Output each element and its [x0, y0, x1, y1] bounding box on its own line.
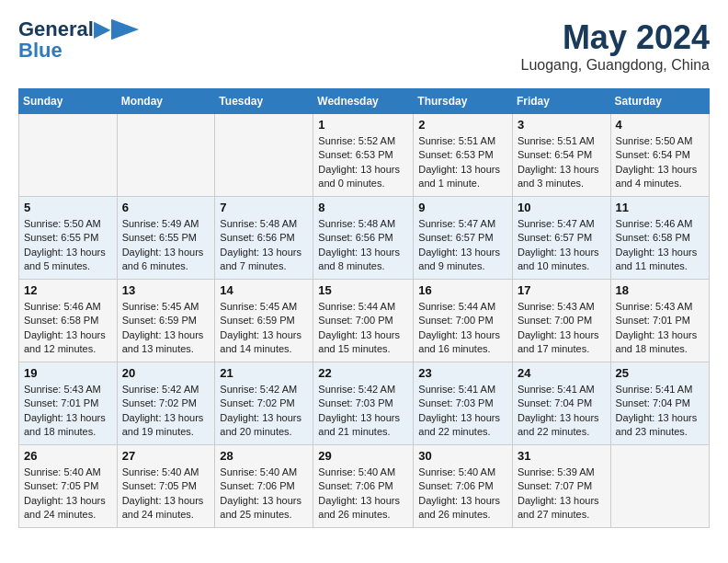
day-number: 2 — [418, 118, 507, 132]
day-number: 22 — [318, 366, 408, 380]
calendar-cell: 28Sunrise: 5:40 AMSunset: 7:06 PMDayligh… — [215, 445, 313, 528]
day-number: 31 — [518, 449, 606, 463]
calendar-cell: 27Sunrise: 5:40 AMSunset: 7:05 PMDayligh… — [117, 445, 215, 528]
day-number: 11 — [616, 201, 704, 214]
day-number: 1 — [318, 118, 408, 132]
day-number: 17 — [518, 283, 606, 297]
title-area: May 2024 Luogang, Guangdong, China — [520, 18, 710, 74]
day-number: 5 — [24, 201, 112, 214]
calendar-week-row: 1Sunrise: 5:52 AMSunset: 6:53 PMDaylight… — [19, 114, 710, 197]
calendar-cell: 31Sunrise: 5:39 AMSunset: 7:07 PMDayligh… — [512, 445, 610, 528]
day-info: Sunrise: 5:51 AMSunset: 6:54 PMDaylight:… — [518, 134, 606, 191]
calendar-week-row: 12Sunrise: 5:46 AMSunset: 6:58 PMDayligh… — [19, 280, 710, 362]
month-title: May 2024 — [520, 18, 710, 57]
day-info: Sunrise: 5:44 AMSunset: 7:00 PMDaylight:… — [318, 300, 408, 357]
calendar-cell: 4Sunrise: 5:50 AMSunset: 6:54 PMDaylight… — [610, 114, 709, 197]
day-info: Sunrise: 5:46 AMSunset: 6:58 PMDaylight:… — [616, 217, 704, 274]
day-info: Sunrise: 5:44 AMSunset: 7:00 PMDaylight:… — [418, 300, 507, 357]
day-info: Sunrise: 5:39 AMSunset: 7:07 PMDaylight:… — [518, 465, 606, 523]
day-info: Sunrise: 5:50 AMSunset: 6:54 PMDaylight:… — [616, 134, 704, 191]
calendar-cell: 19Sunrise: 5:43 AMSunset: 7:01 PMDayligh… — [19, 362, 118, 445]
weekday-header-row: SundayMondayTuesdayWednesdayThursdayFrid… — [19, 89, 710, 114]
calendar-cell: 8Sunrise: 5:48 AMSunset: 6:56 PMDaylight… — [313, 197, 414, 280]
logo-text: General▶ — [18, 18, 109, 40]
calendar-cell: 24Sunrise: 5:41 AMSunset: 7:04 PMDayligh… — [512, 362, 610, 445]
calendar-cell: 2Sunrise: 5:51 AMSunset: 6:53 PMDaylight… — [414, 114, 513, 197]
calendar-cell — [19, 114, 118, 197]
day-info: Sunrise: 5:41 AMSunset: 7:03 PMDaylight:… — [418, 383, 507, 440]
day-number: 21 — [220, 366, 308, 380]
calendar-cell — [215, 114, 313, 197]
day-info: Sunrise: 5:40 AMSunset: 7:05 PMDaylight:… — [24, 465, 112, 523]
day-number: 29 — [318, 449, 408, 463]
day-info: Sunrise: 5:49 AMSunset: 6:55 PMDaylight:… — [122, 217, 210, 274]
day-info: Sunrise: 5:51 AMSunset: 6:53 PMDaylight:… — [418, 134, 507, 191]
day-number: 10 — [518, 201, 606, 214]
weekday-header-sunday: Sunday — [19, 89, 118, 114]
calendar-cell: 10Sunrise: 5:47 AMSunset: 6:57 PMDayligh… — [512, 197, 610, 280]
day-number: 19 — [24, 366, 112, 380]
calendar-cell: 26Sunrise: 5:40 AMSunset: 7:05 PMDayligh… — [19, 445, 118, 528]
day-number: 7 — [220, 201, 308, 214]
day-info: Sunrise: 5:42 AMSunset: 7:03 PMDaylight:… — [318, 383, 408, 440]
day-info: Sunrise: 5:48 AMSunset: 6:56 PMDaylight:… — [318, 217, 408, 274]
calendar-cell — [610, 445, 709, 528]
day-info: Sunrise: 5:40 AMSunset: 7:06 PMDaylight:… — [220, 465, 308, 523]
day-info: Sunrise: 5:40 AMSunset: 7:06 PMDaylight:… — [318, 465, 408, 523]
day-number: 23 — [418, 366, 507, 380]
calendar-cell: 29Sunrise: 5:40 AMSunset: 7:06 PMDayligh… — [313, 445, 414, 528]
calendar-cell: 18Sunrise: 5:43 AMSunset: 7:01 PMDayligh… — [610, 280, 709, 362]
weekday-header-tuesday: Tuesday — [215, 89, 313, 114]
calendar-cell: 20Sunrise: 5:42 AMSunset: 7:02 PMDayligh… — [117, 362, 215, 445]
logo: General▶ Blue — [18, 18, 139, 63]
day-info: Sunrise: 5:45 AMSunset: 6:59 PMDaylight:… — [220, 300, 308, 357]
day-number: 27 — [122, 449, 210, 463]
calendar-cell: 11Sunrise: 5:46 AMSunset: 6:58 PMDayligh… — [610, 197, 709, 280]
day-info: Sunrise: 5:42 AMSunset: 7:02 PMDaylight:… — [122, 383, 210, 440]
day-info: Sunrise: 5:41 AMSunset: 7:04 PMDaylight:… — [616, 383, 704, 440]
day-number: 24 — [518, 366, 606, 380]
calendar-week-row: 5Sunrise: 5:50 AMSunset: 6:55 PMDaylight… — [19, 197, 710, 280]
day-number: 18 — [616, 283, 704, 297]
svg-marker-0 — [111, 19, 139, 40]
calendar-cell: 17Sunrise: 5:43 AMSunset: 7:00 PMDayligh… — [512, 280, 610, 362]
weekday-header-monday: Monday — [117, 89, 215, 114]
day-number: 13 — [122, 283, 210, 297]
day-number: 15 — [318, 283, 408, 297]
calendar-cell: 16Sunrise: 5:44 AMSunset: 7:00 PMDayligh… — [414, 280, 513, 362]
day-number: 16 — [418, 283, 507, 297]
day-info: Sunrise: 5:43 AMSunset: 7:01 PMDaylight:… — [24, 383, 112, 440]
calendar-cell: 7Sunrise: 5:48 AMSunset: 6:56 PMDaylight… — [215, 197, 313, 280]
calendar-cell: 3Sunrise: 5:51 AMSunset: 6:54 PMDaylight… — [512, 114, 610, 197]
day-info: Sunrise: 5:47 AMSunset: 6:57 PMDaylight:… — [418, 217, 507, 274]
day-number: 25 — [616, 366, 704, 380]
weekday-header-saturday: Saturday — [610, 89, 709, 114]
weekday-header-wednesday: Wednesday — [313, 89, 414, 114]
calendar-cell: 25Sunrise: 5:41 AMSunset: 7:04 PMDayligh… — [610, 362, 709, 445]
day-info: Sunrise: 5:42 AMSunset: 7:02 PMDaylight:… — [220, 383, 308, 440]
day-number: 26 — [24, 449, 112, 463]
calendar-cell: 9Sunrise: 5:47 AMSunset: 6:57 PMDaylight… — [414, 197, 513, 280]
calendar-cell: 23Sunrise: 5:41 AMSunset: 7:03 PMDayligh… — [414, 362, 513, 445]
day-number: 28 — [220, 449, 308, 463]
calendar-cell: 5Sunrise: 5:50 AMSunset: 6:55 PMDaylight… — [19, 197, 118, 280]
calendar-cell: 21Sunrise: 5:42 AMSunset: 7:02 PMDayligh… — [215, 362, 313, 445]
weekday-header-friday: Friday — [512, 89, 610, 114]
calendar-cell: 30Sunrise: 5:40 AMSunset: 7:06 PMDayligh… — [414, 445, 513, 528]
day-number: 12 — [24, 283, 112, 297]
day-number: 3 — [518, 118, 606, 132]
calendar-cell: 13Sunrise: 5:45 AMSunset: 6:59 PMDayligh… — [117, 280, 215, 362]
day-info: Sunrise: 5:45 AMSunset: 6:59 PMDaylight:… — [122, 300, 210, 357]
day-info: Sunrise: 5:46 AMSunset: 6:58 PMDaylight:… — [24, 300, 112, 357]
calendar-week-row: 26Sunrise: 5:40 AMSunset: 7:05 PMDayligh… — [19, 445, 710, 528]
day-number: 14 — [220, 283, 308, 297]
day-number: 8 — [318, 201, 408, 214]
calendar-cell: 1Sunrise: 5:52 AMSunset: 6:53 PMDaylight… — [313, 114, 414, 197]
day-info: Sunrise: 5:40 AMSunset: 7:06 PMDaylight:… — [418, 465, 507, 523]
day-number: 20 — [122, 366, 210, 380]
day-info: Sunrise: 5:40 AMSunset: 7:05 PMDaylight:… — [122, 465, 210, 523]
day-info: Sunrise: 5:41 AMSunset: 7:04 PMDaylight:… — [518, 383, 606, 440]
day-number: 30 — [418, 449, 507, 463]
location-title: Luogang, Guangdong, China — [520, 57, 710, 74]
day-number: 4 — [616, 118, 704, 132]
